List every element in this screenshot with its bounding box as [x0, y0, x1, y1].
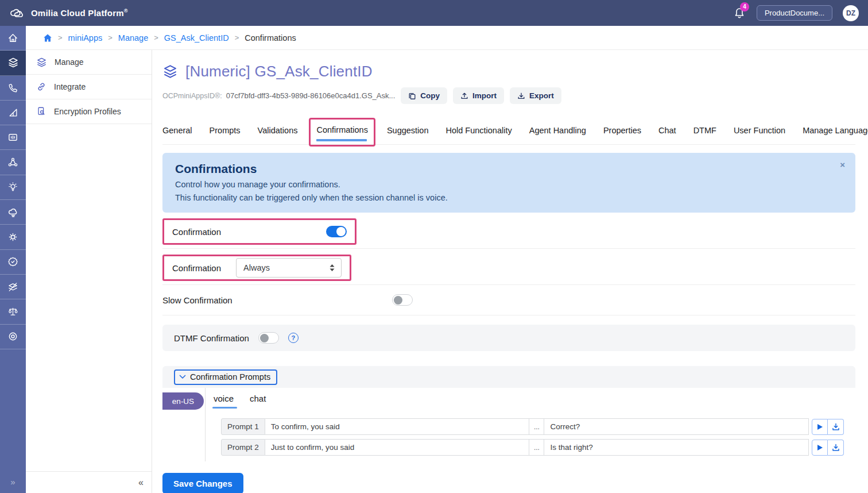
prompt-1-play-button[interactable]: [812, 419, 828, 435]
confirmation-mode-select[interactable]: Always: [236, 258, 342, 278]
user-avatar[interactable]: DZ: [843, 5, 859, 21]
prompt-1-suffix-input[interactable]: [544, 418, 809, 435]
sidebar-item-integrate[interactable]: Integrate: [26, 75, 152, 99]
tab-voice-active[interactable]: voice: [214, 394, 234, 409]
rail-home-icon[interactable]: [0, 26, 26, 51]
rail-bulb-icon[interactable]: [0, 175, 26, 200]
rail-badge-check-icon[interactable]: [0, 250, 26, 275]
tab-chat[interactable]: Chat: [658, 119, 676, 144]
notifications-bell-icon[interactable]: 4: [733, 6, 746, 20]
brand-registered-mark: ®: [124, 8, 128, 14]
confirmation-toggle[interactable]: [326, 226, 347, 237]
copy-icon: [408, 92, 416, 100]
breadcrumb-miniapp-name[interactable]: GS_Ask_ClientID: [164, 33, 229, 43]
prompt-1-variable-slot[interactable]: ...: [529, 418, 544, 435]
prompt-2-suffix-input[interactable]: [544, 439, 809, 456]
slow-confirmation-toggle[interactable]: [392, 294, 413, 306]
rail-cloud-icon[interactable]: [0, 200, 26, 225]
import-button-label: Import: [472, 91, 497, 100]
rail-network-icon[interactable]: [0, 150, 26, 175]
row-divider: [162, 248, 855, 249]
tab-prompts[interactable]: Prompts: [210, 119, 241, 144]
banner-description-line2: This functionality can be triggered only…: [175, 193, 843, 202]
topbar: Omilia Cloud Platform® 4 ProductDocume..…: [0, 0, 868, 26]
tab-general[interactable]: General: [162, 119, 192, 144]
breadcrumb-manage[interactable]: Manage: [118, 33, 148, 43]
breadcrumb-miniapps[interactable]: miniApps: [68, 33, 103, 43]
dtmf-confirmation-label: DTMF Confirmation: [174, 333, 249, 343]
miniapp-tabs: General Prompts Validations Confirmation…: [162, 118, 855, 145]
rail-expand-chevrons[interactable]: »: [0, 470, 26, 493]
copy-button[interactable]: Copy: [401, 87, 447, 104]
confirmation-toggle-label: Confirmation: [172, 227, 221, 237]
tab-manage-languages[interactable]: Manage Languages: [803, 119, 868, 144]
prompt-2-download-button[interactable]: [828, 440, 844, 456]
breadcrumb-separator: >: [154, 33, 158, 42]
sidebar-collapse-chevrons[interactable]: «: [26, 471, 152, 493]
rail-gear-icon[interactable]: [0, 225, 26, 249]
annotation-box-confirmations-tab: Confirmations: [309, 118, 375, 147]
prompt-2-variable-slot[interactable]: ...: [529, 439, 544, 456]
banner-close-icon[interactable]: ×: [840, 160, 845, 170]
language-tab-column: en-US: [162, 388, 206, 461]
doc-search-icon: [36, 106, 46, 117]
rail-phone-icon[interactable]: [0, 76, 26, 101]
export-button[interactable]: Export: [510, 87, 561, 104]
tab-validations[interactable]: Validations: [258, 119, 298, 144]
tab-dtmf[interactable]: DTMF: [693, 119, 716, 144]
dtmf-confirmation-toggle[interactable]: [258, 332, 279, 344]
prompt-row-2: Prompt 2 ...: [221, 439, 844, 456]
sidebar-item-label: Encryption Profiles: [54, 107, 121, 116]
breadcrumb-home-icon[interactable]: [43, 33, 52, 43]
row-divider: [162, 315, 855, 315]
confirmation-prompts-collapse-control[interactable]: Confirmation Prompts: [174, 369, 277, 385]
copy-button-label: Copy: [420, 91, 440, 100]
product-documentation-button[interactable]: ProductDocume...: [757, 5, 832, 21]
rail-layers-slash-icon[interactable]: [0, 275, 26, 299]
icon-rail-sidebar: »: [0, 26, 26, 493]
rail-ruler-icon[interactable]: [0, 101, 26, 125]
banner-description-line1: Control how you manage your confirmation…: [175, 180, 843, 189]
active-tab-underline: [316, 139, 366, 141]
sidebar-item-encryption-profiles[interactable]: Encryption Profiles: [26, 99, 152, 124]
save-changes-button[interactable]: Save Changes: [162, 473, 243, 493]
dtmf-help-icon[interactable]: ?: [288, 333, 299, 343]
tab-suggestion[interactable]: Suggestion: [387, 119, 429, 144]
tab-properties[interactable]: Properties: [603, 119, 641, 144]
prompt-1-text-input[interactable]: [265, 418, 530, 435]
rail-scales-icon[interactable]: [0, 299, 26, 324]
import-button[interactable]: Import: [453, 87, 504, 104]
rail-miniapps-layers-icon[interactable]: [0, 51, 26, 75]
prompt-2-label: Prompt 2: [221, 439, 265, 456]
main-content: [Numeric] GS_Ask_ClientID OCPminiAppsID®…: [152, 50, 868, 493]
prompt-1-download-button[interactable]: [828, 419, 844, 435]
tab-agent-handling[interactable]: Agent Handling: [529, 119, 586, 144]
confirmation-prompts-title: Confirmation Prompts: [190, 372, 270, 382]
confirmation-prompts-header: Confirmation Prompts: [162, 366, 855, 388]
language-tab-en-us[interactable]: en-US: [162, 392, 204, 410]
breadcrumb-separator: >: [235, 33, 239, 42]
annotation-box-confirmation-mode: Confirmation Always: [162, 255, 351, 281]
tab-user-function[interactable]: User Function: [734, 119, 785, 144]
breadcrumb-current-page: Confirmations: [245, 33, 296, 43]
import-icon: [460, 92, 468, 100]
miniapps-id-value: 07cf7bfd-dff3-4b53-989d-86106e0ca4d1.GS_…: [226, 91, 396, 100]
rail-record-icon[interactable]: [0, 325, 26, 349]
toggle-knob: [336, 227, 346, 236]
toggle-knob: [260, 334, 269, 342]
miniapps-id-label: OCPminiAppsID®:: [162, 92, 222, 100]
prompt-2-play-button[interactable]: [812, 440, 828, 456]
rail-monitor-icon[interactable]: [0, 125, 26, 150]
prompt-row-1: Prompt 1 ...: [221, 418, 844, 435]
sidebar-item-manage[interactable]: Manage: [26, 50, 152, 75]
export-icon: [517, 92, 525, 100]
dtmf-confirmation-panel: DTMF Confirmation ?: [162, 325, 855, 351]
confirmation-mode-label: Confirmation: [172, 263, 221, 273]
slow-confirmation-label: Slow Confirmation: [162, 295, 392, 305]
prompt-2-text-input[interactable]: [265, 439, 530, 456]
toggle-knob: [394, 296, 402, 305]
tab-chat-channel[interactable]: chat: [250, 394, 266, 409]
sidebar-item-label: Manage: [55, 57, 84, 67]
slow-confirmation-row: Slow Confirmation: [162, 285, 855, 315]
tab-hold-functionality[interactable]: Hold Functionality: [445, 119, 512, 144]
